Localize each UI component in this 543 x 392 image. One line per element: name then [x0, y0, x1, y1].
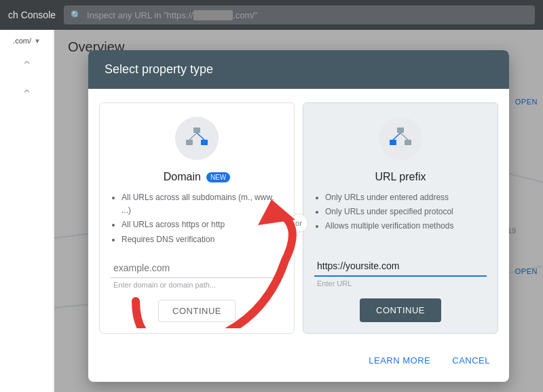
domain-icon-circle [175, 117, 219, 160]
domain-label: .com/ [13, 37, 31, 45]
app-title: ch Console [8, 9, 56, 20]
url-prefix-bullet-2: Only URLs under specified protocol [325, 205, 487, 218]
svg-rect-5 [397, 128, 404, 133]
url-prefix-card-bullets: Only URLs under entered address Only URL… [314, 191, 487, 235]
main-area: .com/ ▼ ⌃ ⌃ Overview OPEN OPEN 5/15/19 S… [0, 30, 543, 392]
svg-rect-1 [186, 140, 193, 145]
select-property-dialog: Select property type [88, 50, 509, 382]
url-prefix-property-card: URL prefix Only URLs under entered addre… [303, 102, 498, 334]
url-prefix-bullet-3: Allows multiple verification methods [325, 220, 487, 233]
url-prefix-continue-button[interactable]: CONTINUE [360, 298, 441, 322]
url-prefix-input-hint: Enter URL [314, 279, 487, 288]
url-prefix-input[interactable] [314, 256, 487, 277]
url-prefix-input-area: Enter URL [314, 256, 487, 288]
svg-line-3 [189, 133, 197, 140]
cancel-button[interactable]: CANCEL [444, 350, 498, 371]
domain-property-card: Domain new All URLs across all subdomain… [99, 102, 295, 334]
dialog-title: Select property type [88, 50, 509, 89]
domain-bullet-1: All URLs across all subdomains (m., www.… [121, 191, 283, 217]
svg-line-8 [393, 133, 400, 140]
domain-card-title: Domain new [164, 171, 230, 183]
modal-overlay: Select property type [54, 30, 543, 392]
search-icon: 🔍 [71, 10, 81, 20]
domain-network-icon [183, 125, 210, 152]
svg-line-9 [400, 133, 408, 140]
dialog-footer: LEARN MORE CANCEL [88, 345, 509, 382]
or-divider: or [289, 214, 308, 233]
sidebar-domain-selector[interactable]: .com/ ▼ [13, 37, 41, 45]
topbar: ch Console 🔍 Inspect any URL in "https:/… [0, 0, 543, 30]
domain-bullet-2: All URLs across https or http [121, 218, 283, 231]
domain-bullet-3: Requires DNS verification [121, 233, 283, 246]
chevron-down-icon: ▼ [34, 37, 41, 45]
domain-input-hint: Enter domain or domain path... [111, 281, 283, 289]
url-prefix-network-icon [387, 125, 414, 152]
domain-continue-button[interactable]: CONTINUE [158, 300, 236, 322]
sidebar-collapse-arrow-1[interactable]: ⌃ [22, 58, 32, 73]
url-prefix-icon-circle [379, 117, 422, 160]
new-badge: new [206, 172, 230, 182]
domain-input[interactable] [111, 258, 283, 278]
sidebar: .com/ ▼ ⌃ ⌃ [0, 30, 54, 392]
url-prefix-card-title: URL prefix [375, 171, 426, 183]
dialog-body: Domain new All URLs across all subdomain… [88, 89, 509, 345]
domain-input-area: Enter domain or domain path... [111, 258, 283, 289]
content-area: Overview OPEN OPEN 5/15/19 Select proper… [54, 30, 543, 392]
domain-card-bullets: All URLs across all subdomains (m., www.… [111, 191, 283, 248]
search-placeholder-text: Inspect any URL in "https://xxxxxxxxx.co… [87, 10, 258, 20]
svg-rect-0 [193, 128, 200, 133]
sidebar-collapse-arrow-2[interactable]: ⌃ [22, 87, 32, 102]
url-prefix-bullet-1: Only URLs under entered address [325, 191, 487, 204]
svg-rect-2 [201, 140, 208, 145]
svg-rect-7 [405, 140, 411, 145]
svg-rect-6 [390, 140, 396, 145]
svg-line-4 [197, 133, 204, 140]
url-search-bar[interactable]: 🔍 Inspect any URL in "https://xxxxxxxxx.… [64, 5, 535, 24]
learn-more-button[interactable]: LEARN MORE [360, 350, 438, 371]
